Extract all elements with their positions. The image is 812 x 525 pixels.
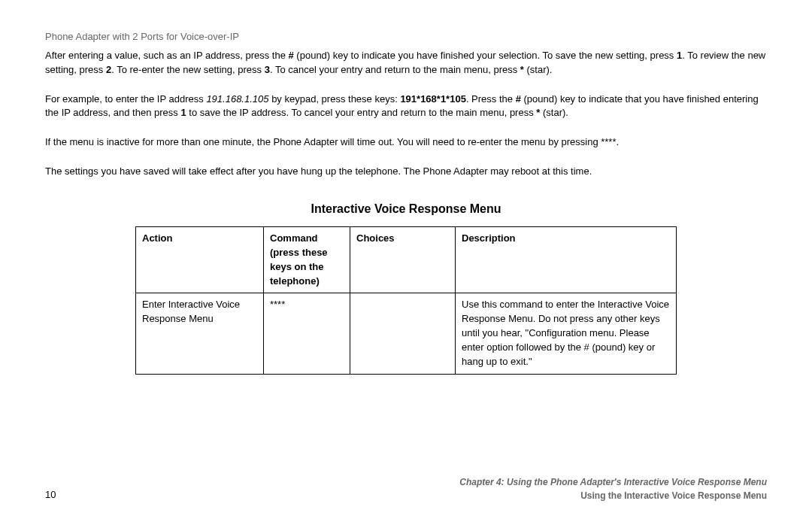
header-action: Action xyxy=(136,227,264,293)
footer-subtitle-line: Using the Interactive Voice Response Men… xyxy=(459,489,767,502)
paragraph-1: After entering a value, such as an IP ad… xyxy=(45,49,767,77)
text: by keypad, press these keys: xyxy=(269,93,401,105)
ip-address-example: 191.168.1.105 xyxy=(206,93,268,105)
key-3: 3 xyxy=(265,64,270,75)
cell-description: Use this command to enter the Interactiv… xyxy=(456,293,677,374)
section-heading: Interactive Voice Response Menu xyxy=(45,200,767,217)
text: (star). xyxy=(540,107,568,118)
footer-right-block: Chapter 4: Using the Phone Adapter's Int… xyxy=(459,475,767,502)
cell-command: **** xyxy=(264,293,350,374)
paragraph-4: The settings you have saved will take ef… xyxy=(45,165,767,179)
header-choices: Choices xyxy=(350,227,456,293)
cell-choices xyxy=(350,293,456,374)
keypad-keys: 191*168*1*105 xyxy=(400,93,465,105)
text: (pound) key to indicate you have finishe… xyxy=(294,50,677,61)
page-number: 10 xyxy=(45,488,56,502)
ivr-menu-table: Action Command (press these keys on the … xyxy=(135,226,677,375)
text: . To re-enter the new setting, press xyxy=(111,64,265,75)
page-footer: 10 Chapter 4: Using the Phone Adapter's … xyxy=(45,475,767,502)
text: to save the IP address. To cancel your e… xyxy=(186,107,537,118)
table-row: Enter Interactive Voice Response Menu **… xyxy=(136,293,677,374)
footer-chapter-line: Chapter 4: Using the Phone Adapter's Int… xyxy=(459,475,767,489)
header-command: Command (press these keys on the telepho… xyxy=(264,227,350,293)
text: (star). xyxy=(524,64,553,75)
hash-key: # xyxy=(289,50,294,61)
table-header-row: Action Command (press these keys on the … xyxy=(136,227,677,293)
text: . Press the xyxy=(466,93,516,105)
cell-action: Enter Interactive Voice Response Menu xyxy=(136,293,264,374)
key-1: 1 xyxy=(180,107,186,118)
hash-key: # xyxy=(516,93,521,105)
paragraph-3: If the menu is inactive for more than on… xyxy=(45,135,767,150)
header-description: Description xyxy=(456,227,677,293)
text: After entering a value, such as an IP ad… xyxy=(45,50,289,61)
text: . To cancel your entry and return to the… xyxy=(270,64,520,75)
document-header-title: Phone Adapter with 2 Ports for Voice-ove… xyxy=(45,30,767,44)
text: For example, to enter the IP address xyxy=(45,93,206,105)
paragraph-2: For example, to enter the IP address 191… xyxy=(45,93,767,121)
